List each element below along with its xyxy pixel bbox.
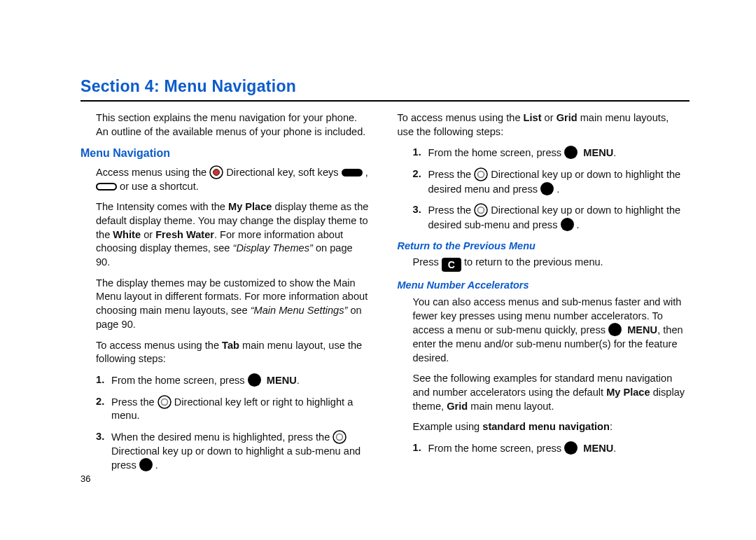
bold: MENU [624, 324, 657, 335]
page-number: 36 [80, 473, 90, 484]
directional-key-icon [209, 165, 223, 179]
text: Access menus using the [96, 167, 209, 178]
step-1: From the home screen, press MENU. [96, 373, 370, 388]
bold: My Place [228, 201, 272, 212]
directional-key-icon [158, 395, 172, 409]
text: . [577, 219, 580, 230]
title-rule [80, 100, 690, 102]
text: From the home screen, press [428, 147, 565, 158]
cross-ref: “Display Themes” [233, 242, 313, 254]
bold: My Place [606, 387, 650, 398]
display-themes-text: The display themes may be customized to … [80, 277, 370, 332]
bold: List [524, 112, 542, 123]
text: Press the [111, 396, 158, 408]
text: Example using [413, 421, 483, 432]
text: . [297, 375, 300, 386]
svg-point-9 [478, 207, 484, 214]
svg-point-1 [214, 169, 220, 175]
accelerators-text-1: You can also access menus and sub-menus … [398, 296, 687, 365]
access-menus-text: Access menus using the Directional key, … [80, 165, 370, 193]
text: . [556, 184, 559, 195]
columns: This section explains the menu navigatio… [80, 111, 686, 480]
bold: Grid [447, 401, 468, 412]
return-previous-heading: Return to the Previous Menu [398, 240, 687, 254]
text: , [365, 167, 368, 178]
text: Press the [428, 169, 475, 180]
svg-point-7 [478, 172, 484, 178]
text: : [610, 421, 612, 432]
list-grid-text: To access menus using the List or Grid m… [398, 111, 687, 139]
tab-layout-text: To access menus using the Tab main menu … [80, 339, 370, 366]
cross-ref: “Main Menu Settings” [251, 305, 348, 316]
example-label: Example using standard menu navigation: [398, 420, 687, 434]
intro-text: This section explains the menu navigatio… [80, 111, 370, 139]
text: . [613, 443, 616, 454]
list-grid-steps: From the home screen, press MENU. Press … [398, 146, 687, 232]
step-2: Press the Directional key left or right … [96, 395, 370, 423]
menu-navigation-heading: Menu Navigation [80, 146, 370, 161]
c-key-icon: C [442, 258, 461, 272]
softkey-icon [342, 169, 363, 176]
directional-key-icon [474, 167, 488, 181]
directional-key-icon [332, 430, 346, 444]
text: Press the [428, 205, 475, 216]
text: main menu layout. [468, 401, 554, 412]
text: When the desired menu is highlighted, pr… [111, 431, 332, 443]
center-key-icon [564, 146, 578, 159]
text: Press [413, 256, 442, 268]
step-3: When the desired menu is highlighted, pr… [96, 430, 370, 473]
tab-steps: From the home screen, press MENU. Press … [80, 373, 370, 473]
center-key-icon [608, 323, 622, 336]
step-1: From the home screen, press MENU. [413, 441, 687, 456]
step-2: Press the Directional key up or down to … [413, 167, 687, 196]
left-column: This section explains the menu navigatio… [80, 111, 370, 480]
directional-key-icon [474, 203, 488, 217]
section-title: Section 4: Menu Navigation [80, 77, 686, 96]
text: . [155, 459, 158, 471]
bold: Tab [222, 340, 239, 351]
text: or [141, 229, 155, 240]
example-steps: From the home screen, press MENU. [398, 441, 687, 456]
text: to return to the previous menu. [464, 256, 603, 268]
step-1: From the home screen, press MENU. [413, 146, 687, 160]
svg-point-3 [161, 399, 167, 405]
text: The Intensity comes with the [96, 201, 228, 212]
text: or use a shortcut. [120, 181, 199, 192]
return-previous-text: Press C to return to the previous menu. [398, 256, 687, 272]
text: From the home screen, press [428, 443, 565, 454]
bold: Grid [556, 112, 578, 123]
text: To access menus using the [96, 340, 222, 351]
right-column: To access menus using the List or Grid m… [398, 111, 687, 480]
text: To access menus using the [398, 112, 524, 123]
center-key-icon [139, 458, 153, 471]
bold: MENU [580, 147, 613, 158]
softkey-outline-icon [96, 183, 117, 191]
bold: standard menu navigation [482, 421, 610, 432]
text: or [542, 112, 556, 123]
text: Directional key, soft keys [226, 167, 341, 178]
center-key-icon [248, 373, 261, 387]
accelerators-text-2: See the following examples for standard … [398, 372, 687, 413]
accelerators-heading: Menu Number Accelerators [398, 279, 687, 293]
bold: White [113, 229, 141, 240]
bold: Fresh Water [155, 229, 214, 240]
bold: MENU [264, 375, 297, 386]
step-3: Press the Directional key up or down to … [413, 203, 687, 232]
center-key-icon [564, 441, 578, 455]
text: From the home screen, press [111, 375, 248, 386]
text: . [613, 147, 616, 158]
svg-point-5 [337, 434, 343, 440]
intensity-theme-text: The Intensity comes with the My Place di… [80, 200, 370, 269]
center-key-icon [540, 182, 554, 195]
center-key-icon [561, 218, 574, 231]
bold: MENU [580, 443, 613, 454]
